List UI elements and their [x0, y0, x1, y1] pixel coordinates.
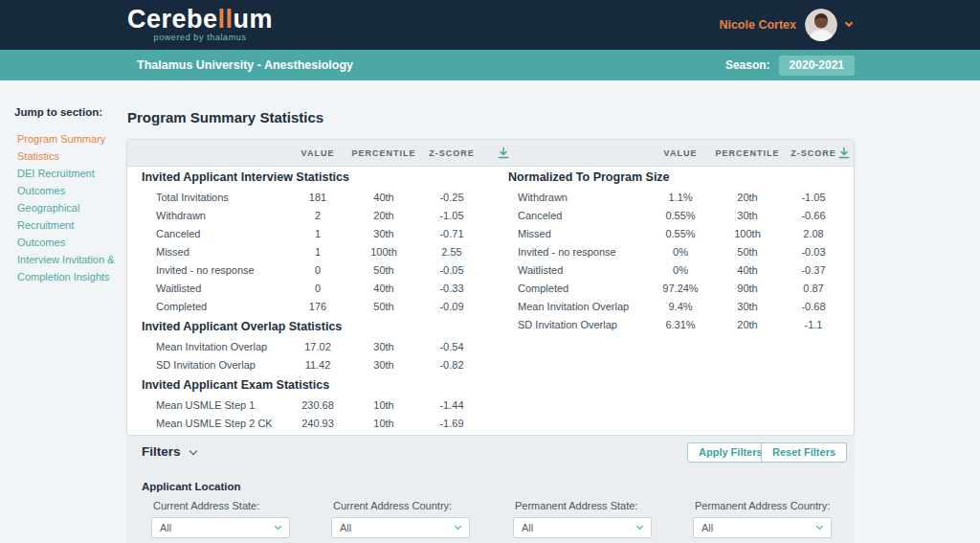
table-row: Mean USMLE Step 1230.6810th-1.44 — [127, 396, 854, 415]
program-context-bar: Thalamus University - Anesthesiology Sea… — [0, 50, 980, 80]
row-percentile: 30th — [737, 207, 757, 225]
current-address-state-select[interactable]: All — [151, 517, 290, 538]
sidebar-item-dei-recruitment-outcomes[interactable]: DEI Recruitment Outcomes — [14, 165, 123, 199]
sidebar-item-program-summary-statistics[interactable]: Program Summary Statistics — [14, 130, 123, 165]
section-title: Normalized To Program Size — [127, 167, 854, 189]
season-selector: Season: 2020-2021 — [725, 50, 855, 80]
reset-filters-button[interactable]: Reset Filters — [761, 442, 847, 463]
row-value: 97.24% — [662, 280, 698, 298]
row-label: Withdrawn — [518, 189, 568, 207]
row-value: 0.55% — [665, 207, 695, 225]
sidebar-item-interview-invitation-completion-insights[interactable]: Interview Invitation & Completion Insigh… — [14, 251, 123, 285]
row-zscore: -0.68 — [801, 298, 825, 316]
column-header-value-right: VALUE — [664, 140, 698, 167]
row-label: Mean USMLE Step 1 — [156, 396, 255, 415]
table-row: Completed97.24%90th0.87 — [127, 280, 854, 298]
row-label: Missed — [518, 225, 551, 243]
dropdown-label: Current Address Country: — [333, 500, 470, 511]
row-label: Mean Invitation Overlap — [518, 298, 629, 316]
row-value: 0.55% — [665, 225, 695, 243]
chevron-down-icon — [636, 523, 643, 530]
stats-table-body: Invited Applicant Interview StatisticsTo… — [127, 167, 854, 435]
filters-title: Filters — [142, 444, 181, 459]
current-address-state-filter: Current Address State: All — [151, 500, 290, 538]
permanent-address-country-select[interactable]: All — [693, 517, 832, 538]
row-label: SD Invitation Overlap — [518, 316, 617, 334]
row-value: 1.1% — [668, 189, 692, 207]
dropdown-label: Current Address State: — [153, 500, 290, 511]
chevron-down-icon — [455, 523, 461, 530]
program-title: Thalamus University - Anesthesiology — [137, 50, 353, 80]
row-label: Invited - no response — [518, 243, 616, 261]
row-percentile: 10th — [373, 396, 393, 415]
row-value: 230.68 — [301, 396, 334, 415]
row-percentile: 90th — [737, 280, 757, 298]
row-value: 0% — [673, 243, 688, 261]
current-address-country-select[interactable]: All — [331, 517, 470, 538]
row-percentile: 10th — [373, 415, 393, 433]
permanent-address-country-filter: Permanent Address Country: All — [693, 500, 832, 538]
row-percentile: 20th — [737, 189, 757, 207]
row-label: Mean USMLE Step 2 CK — [156, 415, 273, 433]
column-header-percentile-right: PERCENTILE — [715, 140, 779, 167]
row-value: 0% — [673, 261, 688, 280]
row-label: Mean Invitation Overlap — [156, 338, 267, 356]
download-icon[interactable] — [838, 147, 851, 159]
row-zscore: -1.44 — [439, 396, 463, 415]
user-menu[interactable]: Nicole Cortex — [719, 0, 852, 50]
download-icon[interactable] — [498, 147, 510, 159]
table-row: SD Invitation Overlap6.31%20th-1.1 — [127, 316, 854, 334]
row-percentile: 20th — [737, 316, 757, 334]
table-row: Mean USMLE Step 2 CK240.9310th-1.69 — [127, 415, 854, 433]
row-label: Waitlisted — [518, 261, 563, 280]
row-zscore: -1.69 — [439, 415, 463, 433]
row-percentile: 40th — [737, 261, 757, 280]
row-zscore: -0.54 — [439, 338, 463, 356]
filters-toggle[interactable]: Filters — [142, 444, 196, 459]
chevron-down-icon — [275, 523, 281, 530]
cerebellum-logo: Cerebellum powered by thalamus — [127, 6, 273, 42]
table-row: SD Invitation Overlap11.4230th-0.82 — [127, 356, 854, 374]
table-row: Mean Invitation Overlap9.4%30th-0.68 — [127, 298, 854, 316]
row-percentile: 30th — [373, 338, 393, 356]
chevron-down-icon — [845, 19, 853, 27]
column-header-value-left: VALUE — [301, 140, 335, 167]
row-value: 6.31% — [665, 316, 695, 334]
dropdown-label: Permanent Address State: — [515, 500, 652, 511]
row-percentile: 50th — [737, 243, 757, 261]
row-value: 11.42 — [305, 356, 331, 374]
sidebar-title: Jump to section: — [14, 106, 123, 118]
avatar-photo — [805, 9, 837, 41]
sidebar-item-geographical-recruitment-outcomes[interactable]: Geographical Recruitment Outcomes — [14, 199, 123, 251]
table-row: Canceled0.55%30th-0.66 — [127, 207, 854, 225]
column-header-zscore-left: Z-SCORE — [429, 140, 475, 167]
permanent-address-state-select[interactable]: All — [513, 517, 652, 538]
table-row: Waitlisted0%40th-0.37 — [127, 261, 854, 280]
dropdown-label: Permanent Address Country: — [695, 500, 832, 511]
stats-table-header: VALUE PERCENTILE Z-SCORE VALUE PERCENTIL… — [127, 140, 854, 167]
stats-card: VALUE PERCENTILE Z-SCORE VALUE PERCENTIL… — [126, 139, 855, 436]
section-title: Invited Applicant Exam Statistics — [127, 374, 854, 396]
row-zscore: 2.08 — [803, 225, 823, 243]
row-percentile: 100th — [734, 225, 761, 243]
user-name: Nicole Cortex — [719, 18, 796, 32]
row-zscore: -0.37 — [801, 261, 825, 280]
filters-panel: Filters Apply Filters Reset Filters Appl… — [126, 436, 855, 543]
row-label: SD Invitation Overlap — [156, 356, 256, 374]
season-label: Season: — [725, 58, 770, 72]
page-title: Program Summary Statistics — [127, 109, 323, 125]
row-value: 240.93 — [301, 415, 334, 433]
current-address-country-filter: Current Address Country: All — [331, 500, 470, 538]
row-zscore: -1.1 — [805, 316, 823, 334]
row-percentile: 30th — [737, 298, 757, 316]
row-zscore: -0.82 — [439, 356, 463, 374]
row-label: Canceled — [518, 207, 562, 225]
row-zscore: -1.05 — [801, 189, 825, 207]
row-value: 9.4% — [668, 298, 692, 316]
table-row: Withdrawn1.1%20th-1.05 — [127, 189, 854, 207]
season-badge[interactable]: 2020-2021 — [779, 56, 855, 76]
applicant-location-title: Applicant Location — [142, 481, 241, 492]
column-header-zscore-right: Z-SCORE — [791, 140, 836, 167]
row-zscore: -0.03 — [801, 243, 825, 261]
row-zscore: 0.87 — [803, 280, 823, 298]
